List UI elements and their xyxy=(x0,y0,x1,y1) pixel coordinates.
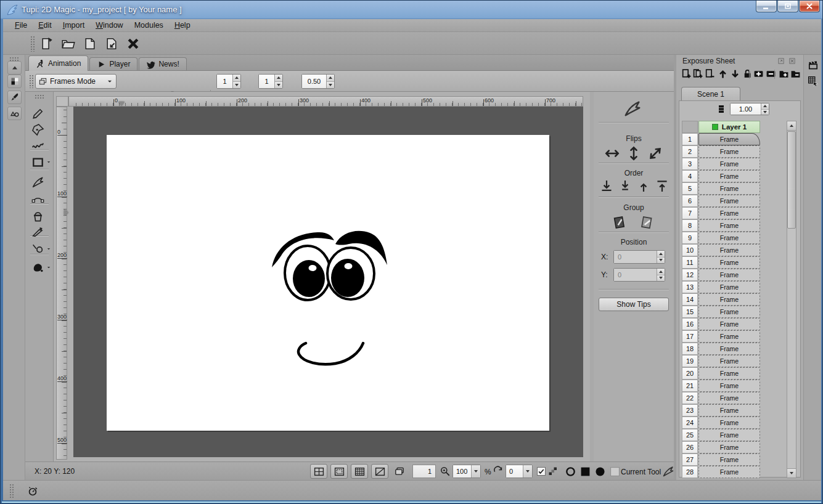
scroll-down-button[interactable] xyxy=(787,468,796,478)
frame-row-number[interactable]: 1 xyxy=(682,133,698,145)
fill-color-button[interactable] xyxy=(579,466,591,477)
fps-spinner[interactable]: 1.00 xyxy=(730,103,769,115)
frame-cell-22[interactable]: Frame xyxy=(698,392,760,404)
dropdown-button[interactable] xyxy=(523,465,532,478)
move-layer-down-button[interactable] xyxy=(730,68,740,79)
frame-cell-13[interactable]: Frame xyxy=(698,281,760,293)
zoom-select[interactable]: 100 xyxy=(452,465,481,478)
spin-down-button[interactable] xyxy=(233,82,240,89)
spin-down-button[interactable] xyxy=(761,110,769,115)
rotation-select[interactable]: 0 xyxy=(506,465,533,478)
spin-up-button[interactable] xyxy=(275,75,282,82)
modules-grip[interactable] xyxy=(9,57,19,61)
exposure-sheet-toggle-button[interactable] xyxy=(806,75,819,87)
frame-row-number[interactable]: 12 xyxy=(682,269,698,281)
frames-toolbar-grip[interactable] xyxy=(29,75,34,88)
close-panel-button[interactable] xyxy=(788,57,796,65)
tab-player[interactable]: Player xyxy=(89,57,137,70)
frame-cell-1[interactable]: Frame xyxy=(698,133,760,145)
remove-layer-button[interactable] xyxy=(705,68,715,79)
time-module-button[interactable] xyxy=(25,484,40,498)
group-objects-button[interactable] xyxy=(612,214,628,230)
spin-up-button[interactable] xyxy=(657,269,665,275)
chevron-down-icon[interactable] xyxy=(46,264,52,270)
frame-row-number[interactable]: 27 xyxy=(682,453,698,466)
tab-animation[interactable]: Animation xyxy=(28,55,88,71)
scroll-up-button[interactable] xyxy=(787,121,796,131)
float-panel-button[interactable] xyxy=(777,57,785,65)
frame-cell-12[interactable]: Frame xyxy=(698,269,760,281)
frame-cell-5[interactable]: Frame xyxy=(698,182,760,195)
frame-cell-11[interactable]: Frame xyxy=(698,256,760,269)
spin-up-button[interactable] xyxy=(233,75,240,82)
menu-modules[interactable]: Modules xyxy=(129,20,169,31)
flip-vertical-button[interactable] xyxy=(626,146,641,161)
frame-cell-2[interactable]: Frame xyxy=(698,145,760,158)
frame-row-number[interactable]: 8 xyxy=(682,219,698,232)
frame-row-number[interactable]: 7 xyxy=(682,207,698,219)
layer-header[interactable]: Layer 1 xyxy=(698,121,760,133)
spin-down-button[interactable] xyxy=(657,275,665,282)
frame-cell-7[interactable]: Frame xyxy=(698,207,760,219)
frame-row-number[interactable]: 4 xyxy=(682,170,698,182)
frame-row-number[interactable]: 3 xyxy=(682,158,698,170)
menu-help[interactable]: Help xyxy=(169,20,196,31)
color-palette-button[interactable] xyxy=(7,75,22,88)
frame-cell-8[interactable]: Frame xyxy=(698,219,760,232)
show-safe-area-button[interactable] xyxy=(330,464,348,479)
tools-grip[interactable] xyxy=(35,94,44,99)
lock-layer-button[interactable] xyxy=(742,68,753,79)
onion-previous-spinner[interactable]: 1 xyxy=(216,74,241,89)
insert-layer-button[interactable] xyxy=(681,68,692,79)
frame-row-number[interactable]: 20 xyxy=(682,367,698,380)
close-project-button[interactable] xyxy=(124,35,142,52)
opacity-spinner[interactable]: 0.50 xyxy=(301,74,335,89)
scene-tab[interactable]: Scene 1 xyxy=(681,87,740,100)
selection-tool[interactable] xyxy=(30,174,46,190)
flip-horizontal-button[interactable] xyxy=(605,146,620,161)
fill-tool[interactable] xyxy=(30,208,46,224)
show-grid-center-button[interactable] xyxy=(310,464,327,479)
show-grid-button[interactable] xyxy=(351,464,368,479)
ink-tool[interactable] xyxy=(30,121,46,137)
position-x-field[interactable]: 0 xyxy=(613,250,665,264)
frame-cell-25[interactable]: Frame xyxy=(698,429,760,441)
menu-edit[interactable]: Edit xyxy=(33,20,57,31)
frame-row-number[interactable]: 13 xyxy=(682,281,698,293)
move-layer-up-button[interactable] xyxy=(718,68,728,79)
pencil-tool[interactable] xyxy=(30,105,46,121)
maximize-button[interactable] xyxy=(777,1,798,12)
frame-row-number[interactable]: 15 xyxy=(682,306,698,318)
brush-properties-button[interactable] xyxy=(7,91,22,104)
frame-row-number[interactable]: 21 xyxy=(682,380,698,392)
nodes-tool[interactable] xyxy=(30,191,46,207)
send-to-back-button[interactable] xyxy=(600,179,613,193)
send-backwards-button[interactable] xyxy=(618,179,632,193)
spin-down-button[interactable] xyxy=(327,82,334,89)
frame-cell-27[interactable]: Frame xyxy=(698,453,760,466)
bottom-grip[interactable] xyxy=(9,484,14,498)
frame-row-number[interactable]: 23 xyxy=(682,404,698,417)
frame-cell-20[interactable]: Frame xyxy=(698,367,760,380)
menu-import[interactable]: Import xyxy=(57,20,90,31)
show-tips-button[interactable]: Show Tips xyxy=(599,298,669,311)
frame-row-number[interactable]: 14 xyxy=(682,293,698,306)
insert-layers-button[interactable] xyxy=(693,68,703,79)
insert-frame-button[interactable] xyxy=(753,68,764,79)
current-frame-field[interactable]: 1 xyxy=(412,465,436,478)
spin-up-button[interactable] xyxy=(657,251,665,258)
exposure-scrollbar[interactable] xyxy=(787,121,796,478)
frame-cell-3[interactable]: Frame xyxy=(698,158,760,170)
dropdown-button[interactable] xyxy=(471,465,480,478)
antialias-checkbox[interactable] xyxy=(537,467,546,476)
frame-cell-9[interactable]: Frame xyxy=(698,232,760,244)
frame-row-number[interactable]: 22 xyxy=(682,392,698,404)
frame-row-number[interactable]: 18 xyxy=(682,343,698,355)
ellipse-tool[interactable] xyxy=(30,241,46,257)
frame-cell-17[interactable]: Frame xyxy=(698,330,760,343)
bring-forwards-button[interactable] xyxy=(637,179,650,193)
full-screen-button[interactable] xyxy=(371,464,388,479)
collapse-button[interactable] xyxy=(7,61,22,75)
frame-row-number[interactable]: 19 xyxy=(682,355,698,367)
drawing-canvas[interactable] xyxy=(107,135,549,431)
